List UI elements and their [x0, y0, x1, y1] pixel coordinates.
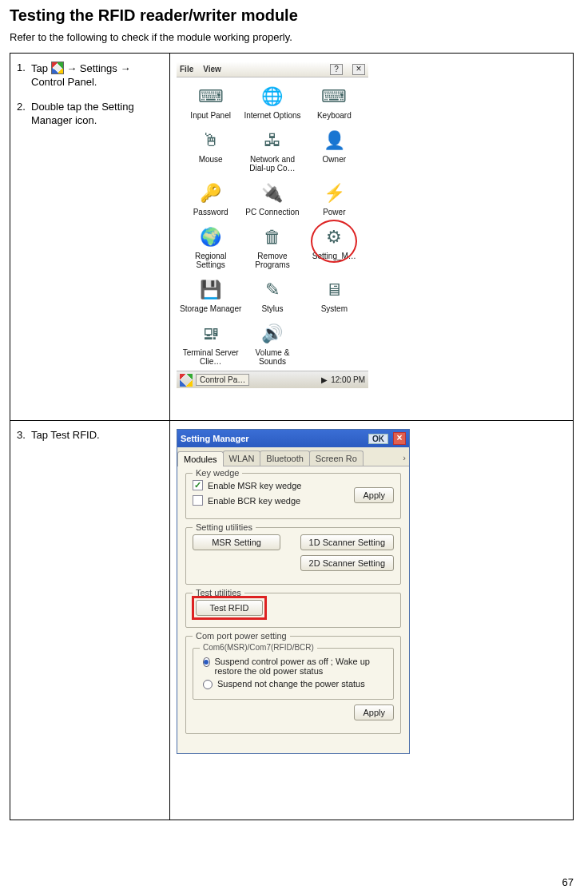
cp-item-label: Regional Settings	[180, 252, 241, 269]
cp-item-icon: ⌨	[321, 84, 347, 109]
setting-manager-titlebar: Setting Manager OK ×	[177, 430, 409, 447]
cp-item-keyboard[interactable]: ⌨Keyboard	[304, 82, 365, 121]
cp-item-icon: 🗑	[260, 224, 285, 250]
cp-item-label: Network and Dial-up Co…	[241, 155, 303, 173]
cp-item-network-and-dial-up-co[interactable]: 🖧Network and Dial-up Co…	[241, 126, 303, 174]
cp-item-label: Owner	[323, 155, 346, 164]
cp-item-icon: ⚙	[321, 224, 347, 250]
cp-item-label: Keyboard	[317, 111, 352, 120]
close-button[interactable]: ×	[393, 432, 406, 445]
control-panel-grid: ⌨Input Panel🌐Internet Options⌨Keyboard🖱M…	[177, 77, 368, 371]
cp-item-regional-settings[interactable]: 🌍Regional Settings	[180, 223, 241, 271]
cp-item-terminal-server-clie[interactable]: 🖳Terminal Server Clie…	[180, 319, 241, 367]
cp-item-label: Internet Options	[244, 111, 300, 120]
tab-modules[interactable]: Modules	[177, 451, 224, 466]
cp-item-label: Input Panel	[190, 111, 231, 120]
close-button[interactable]: ×	[352, 64, 365, 75]
cp-item-icon: 🔑	[198, 181, 224, 206]
cp-item-icon: ✎	[260, 277, 285, 303]
cp-item-label: Setting_M…	[312, 252, 356, 260]
start-icon[interactable]	[180, 374, 193, 387]
legend-com-ports-list: Com6(MSR)/Com7(RFID/BCR)	[200, 643, 317, 652]
group-key-wedge: Key wedge ✓ Enable MSR key wedge Enable …	[185, 473, 401, 519]
tab-screen-rotation[interactable]: Screen Ro	[309, 450, 364, 466]
taskbar-clock: 12:00 PM	[331, 375, 365, 384]
radio-suspend-control-power[interactable]: Suspend control power as off ; Wake up r…	[203, 657, 388, 676]
radio-opt2-label: Suspend not change the power status	[217, 679, 365, 689]
cp-item-icon: 👤	[321, 128, 347, 153]
radio-suspend-no-change[interactable]: Suspend not change the power status	[203, 679, 388, 689]
cp-item-volume-sounds[interactable]: 🔊Volume & Sounds	[241, 319, 303, 367]
help-button[interactable]: ?	[330, 64, 343, 75]
legend-com-port: Com port power setting	[193, 631, 290, 641]
step-2: 2. Double tap the Setting Manager icon.	[17, 101, 163, 128]
cp-item-icon: ⚡	[321, 181, 347, 206]
cp-item-power[interactable]: ⚡Power	[304, 179, 365, 218]
cp-item-icon: 🌐	[260, 84, 285, 109]
radio-opt1-label: Suspend control power as off ; Wake up r…	[215, 657, 388, 676]
cp-item-input-panel[interactable]: ⌨Input Panel	[180, 82, 241, 121]
cp-item-system[interactable]: 🖥System	[304, 276, 365, 315]
cp-item-owner[interactable]: 👤Owner	[304, 126, 365, 174]
apply-comport-button[interactable]: Apply	[354, 704, 394, 720]
cp-item-label: Power	[323, 208, 345, 216]
checkbox-bcr-label: Enable BCR key wedge	[208, 496, 300, 506]
test-rfid-button[interactable]: Test RFID	[196, 600, 263, 616]
setting-manager-window: Setting Manager OK × Modules WLAN Blueto…	[177, 429, 410, 754]
group-test-utilities: Test utilities Test RFID	[185, 593, 401, 628]
scanner-1d-setting-button[interactable]: 1D Scanner Setting	[300, 534, 394, 550]
cp-item-icon: 💾	[198, 277, 224, 303]
cp-item-label: Storage Manager	[180, 304, 241, 313]
cp-item-pc-connection[interactable]: 🔌PC Connection	[241, 179, 303, 218]
setting-manager-title: Setting Manager	[181, 434, 249, 443]
legend-setting-utilities: Setting utilities	[193, 522, 256, 532]
checkbox-msr-label: Enable MSR key wedge	[208, 481, 301, 490]
cp-item-mouse[interactable]: 🖱Mouse	[180, 126, 241, 174]
cp-item-label: Stylus	[261, 304, 283, 313]
menu-file[interactable]: File	[180, 65, 193, 73]
checkbox-enable-msr-wedge[interactable]: ✓ Enable MSR key wedge	[193, 480, 354, 490]
taskbar: Control Pa… ▶ 12:00 PM	[177, 371, 368, 388]
intro-text: Refer to the following to check if the m…	[10, 31, 574, 43]
cp-item-icon: 🌍	[198, 224, 224, 250]
scanner-2d-setting-button[interactable]: 2D Scanner Setting	[300, 555, 394, 571]
start-icon	[51, 62, 64, 74]
subgroup-com-ports: Com6(MSR)/Com7(RFID/BCR) Suspend control…	[193, 648, 394, 700]
step-1-pre: Tap	[31, 62, 51, 74]
page-title: Testing the RFID reader/writer module	[10, 6, 574, 25]
checkbox-enable-bcr-wedge[interactable]: Enable BCR key wedge	[193, 495, 354, 506]
legend-key-wedge: Key wedge	[193, 468, 242, 478]
cp-item-label: Password	[193, 208, 228, 216]
step-1: 1. Tap → Settings → Control Panel.	[17, 62, 163, 89]
cp-item-internet-options[interactable]: 🌐Internet Options	[241, 82, 303, 121]
control-panel-window: File View ? × ⌨Input Panel🌐Internet Opti…	[177, 62, 368, 388]
cp-item-label: Volume & Sounds	[241, 348, 303, 366]
cp-item-icon: 🖳	[198, 321, 224, 347]
cp-item-icon: 🔌	[260, 181, 285, 206]
tab-scroll-right-icon[interactable]: ›	[399, 450, 409, 466]
step-3: 3. Tap Test RFID.	[17, 429, 163, 443]
cp-item-icon: 🔊	[260, 321, 285, 347]
apply-keywedge-button[interactable]: Apply	[354, 487, 394, 503]
ok-button[interactable]: OK	[368, 434, 388, 444]
taskbar-app[interactable]: Control Pa…	[196, 374, 249, 386]
tab-wlan[interactable]: WLAN	[223, 450, 261, 466]
cp-item-icon: 🖱	[198, 128, 224, 153]
cp-item-password[interactable]: 🔑Password	[180, 179, 241, 218]
legend-test-utilities: Test utilities	[193, 588, 244, 597]
cp-item-stylus[interactable]: ✎Stylus	[241, 276, 303, 315]
tab-bluetooth[interactable]: Bluetooth	[260, 450, 309, 466]
tray-arrow-icon[interactable]: ▶	[321, 375, 328, 384]
tab-strip: Modules WLAN Bluetooth Screen Ro ›	[177, 447, 409, 466]
msr-setting-button[interactable]: MSR Setting	[193, 534, 280, 550]
cp-item-remove-programs[interactable]: 🗑Remove Programs	[241, 223, 303, 271]
cp-item-icon: 🖥	[321, 277, 347, 303]
menu-view[interactable]: View	[203, 65, 221, 73]
cp-item-icon: 🖧	[260, 128, 285, 153]
cp-item-storage-manager[interactable]: 💾Storage Manager	[180, 276, 241, 315]
cp-item-label: PC Connection	[245, 208, 299, 216]
cp-item-label: System	[321, 304, 348, 313]
cp-item-setting-m[interactable]: ⚙Setting_M…	[304, 223, 365, 271]
group-setting-utilities: Setting utilities MSR Setting 1D Scanner…	[185, 527, 401, 585]
cp-item-label: Mouse	[199, 155, 223, 164]
